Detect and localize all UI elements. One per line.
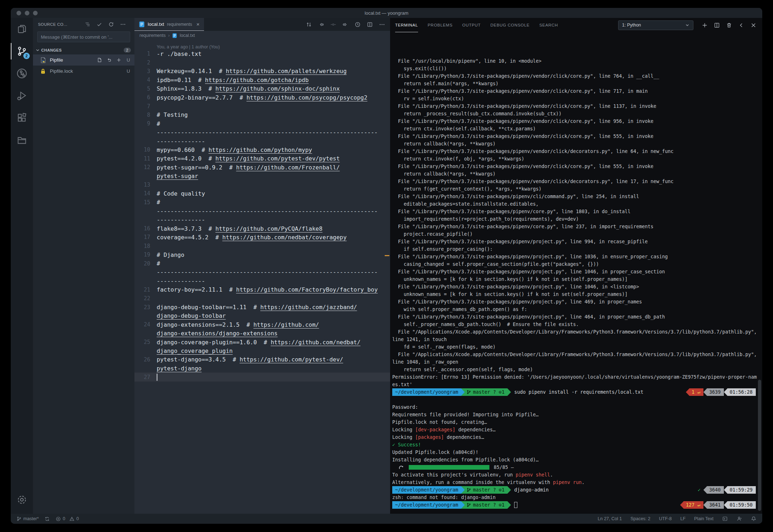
discard-changes-icon[interactable] xyxy=(106,57,112,63)
code-line[interactable]: 14# Code quality xyxy=(134,189,390,198)
code-line[interactable]: 21factory-boy==2.11.1 # https://github.c… xyxy=(134,286,390,294)
breadcrumb-folder[interactable]: requirements xyxy=(139,33,166,38)
code-area[interactable]: You, a year ago | 1 author (You) 1-r ./b… xyxy=(134,40,390,514)
code-link[interactable]: https://github.com/psycopg/psycopg2 xyxy=(246,94,367,101)
activity-source-control[interactable]: 2 xyxy=(11,40,33,62)
code-line[interactable]: 4ipdb==0.11 # https://github.com/gotcha/… xyxy=(134,76,390,84)
scm-file-pipfile-lock[interactable]: Pipfile.lockU xyxy=(33,66,134,77)
code-link[interactable]: https://github.com/nedbat/ xyxy=(271,339,360,346)
code-link[interactable]: pytest-django xyxy=(157,365,201,372)
activity-extensions[interactable] xyxy=(11,107,33,129)
split-terminal-icon[interactable] xyxy=(714,22,720,28)
panel-tab-problems[interactable]: PROBLEMS xyxy=(428,18,453,32)
code-link[interactable]: https://github.com/PyCQA/flake8 xyxy=(215,225,323,232)
code-link[interactable]: https://github.com/pallets/werkzeug xyxy=(226,68,347,75)
activity-explorer[interactable] xyxy=(11,18,33,40)
code-link[interactable]: pytest-sugar xyxy=(157,173,198,179)
activity-git-history[interactable] xyxy=(11,62,33,85)
code-line[interactable]: 6psycopg2-binary==2.7.7 # https://github… xyxy=(134,93,390,102)
code-line[interactable]: pytest-django xyxy=(134,364,390,373)
code-line[interactable]: 27 xyxy=(134,373,390,381)
code-line[interactable]: 2 xyxy=(134,58,390,67)
code-link[interactable]: https://github.com/gotcha/ipdb xyxy=(205,77,309,83)
changes-section-header[interactable]: CHANGES 2 xyxy=(33,46,134,54)
code-line[interactable]: pytest-sugar xyxy=(134,172,390,180)
code-line[interactable]: 22 xyxy=(134,294,390,303)
account-icon[interactable] xyxy=(736,516,742,522)
view-tree-icon[interactable] xyxy=(85,21,90,27)
terminal-shell-select[interactable]: 1: Python xyxy=(618,20,693,30)
code-line[interactable]: 26pytest-django==3.4.5 # https://github.… xyxy=(134,355,390,364)
code-link[interactable]: https://github.com/sphinx-doc/sphinx xyxy=(215,85,340,92)
panel-tab-debug-console[interactable]: DEBUG CONSOLE xyxy=(490,18,530,32)
launch-box-icon[interactable] xyxy=(722,516,728,522)
code-line[interactable]: ----------------------------------------… xyxy=(134,128,390,137)
code-line[interactable]: ----------------------------------------… xyxy=(134,207,390,215)
tab-local-txt[interactable]: local.txt requirements × xyxy=(134,18,204,31)
code-link[interactable]: https://github.com/pytest-dev/pytest xyxy=(215,155,340,162)
code-link[interactable]: https://github.com/ xyxy=(253,321,319,328)
status-eol[interactable]: LF xyxy=(680,516,686,521)
code-line[interactable]: 17coverage==4.5.2 # https://github.com/n… xyxy=(134,233,390,241)
previous-change-icon[interactable] xyxy=(318,21,324,28)
code-line[interactable]: 10mypy==0.660 # https://github.com/pytho… xyxy=(134,145,390,154)
code-line[interactable]: 1-r ./base.txt xyxy=(134,49,390,58)
next-change-icon[interactable] xyxy=(342,21,348,28)
bell-icon[interactable] xyxy=(751,516,757,522)
timeline-clock-icon[interactable] xyxy=(355,21,361,28)
code-line[interactable]: -------------- xyxy=(134,215,390,224)
settings-button[interactable] xyxy=(11,489,33,511)
code-line[interactable]: 8# Testing xyxy=(134,111,390,119)
code-line[interactable]: ----------------------------------------… xyxy=(134,268,390,277)
status-encoding[interactable]: UTF-8 xyxy=(659,516,672,521)
code-line[interactable]: 7 xyxy=(134,102,390,110)
code-line[interactable]: 16flake8==3.7.3 # https://github.com/PyC… xyxy=(134,224,390,233)
more-actions-icon[interactable] xyxy=(379,21,385,28)
code-line[interactable]: 18 xyxy=(134,242,390,250)
split-editor-icon[interactable] xyxy=(367,21,373,28)
code-line[interactable]: -------------- xyxy=(134,137,390,145)
code-line[interactable]: -------------- xyxy=(134,277,390,285)
code-link[interactable]: https://github.com/python/mypy xyxy=(209,147,312,153)
more-actions-icon[interactable] xyxy=(120,21,126,27)
status-problems[interactable]: 0 0 xyxy=(56,516,79,522)
code-link[interactable]: https://github.com/pytest-dev/ xyxy=(240,356,343,363)
close-tab-icon[interactable]: × xyxy=(196,21,200,27)
terminal-output[interactable]: File "/usr/local/bin/pipenv", line 10, i… xyxy=(390,32,762,514)
breadcrumb[interactable]: requirements › local.txt xyxy=(134,31,390,40)
panel-tab-terminal[interactable]: TERMINAL xyxy=(395,18,418,32)
code-line[interactable]: 19# Django xyxy=(134,250,390,259)
code-link[interactable]: https://github.com/nedbat/coveragepy xyxy=(222,234,347,241)
terminal-scrollbar[interactable] xyxy=(758,380,761,511)
breadcrumb-file[interactable]: local.txt xyxy=(180,33,195,38)
activity-run-debug[interactable] xyxy=(11,85,33,107)
code-link[interactable]: django_coverage_plugin xyxy=(157,348,233,354)
panel-tab-search[interactable]: SEARCH xyxy=(539,18,558,32)
code-link[interactable]: https://github.com/jazzband/ xyxy=(260,304,357,311)
add-terminal-icon[interactable] xyxy=(702,22,708,28)
close-panel-icon[interactable] xyxy=(750,22,757,28)
panel-tab-output[interactable]: OUTPUT xyxy=(462,18,480,32)
code-link[interactable]: https://github.com/Frozenball/ xyxy=(236,164,340,171)
code-line[interactable]: 24django-extensions==2.1.5 # https://git… xyxy=(134,320,390,329)
status-branch[interactable]: master* xyxy=(16,516,39,521)
chevron-left-icon[interactable] xyxy=(738,22,744,28)
code-link[interactable]: django-extensions/django-extensions xyxy=(157,330,278,337)
scm-file-pipfile[interactable]: PipfileU xyxy=(33,54,134,66)
code-line[interactable]: 23django-debug-toolbar==1.11 # https://g… xyxy=(134,303,390,311)
code-line[interactable]: 3Werkzeug==0.14.1 # https://github.com/p… xyxy=(134,67,390,76)
code-line[interactable]: 13 xyxy=(134,181,390,189)
stage-plus-icon[interactable] xyxy=(116,57,122,63)
code-line[interactable]: 9# xyxy=(134,119,390,128)
code-link[interactable]: django-debug-toolbar xyxy=(157,312,226,319)
kill-terminal-icon[interactable] xyxy=(726,22,732,28)
code-line[interactable]: 11pytest==4.2.0 # https://github.com/pyt… xyxy=(134,154,390,163)
status-cursor-position[interactable]: Ln 27, Col 1 xyxy=(598,516,622,521)
compare-changes-icon[interactable] xyxy=(306,21,312,28)
open-file-icon[interactable] xyxy=(97,57,102,63)
current-change-icon[interactable] xyxy=(330,21,336,28)
commit-check-icon[interactable] xyxy=(96,21,102,27)
code-line[interactable]: 20# xyxy=(134,259,390,268)
status-sync[interactable] xyxy=(44,516,50,522)
code-line[interactable]: 25django-coverage-plugin==1.6.0 # https:… xyxy=(134,338,390,346)
